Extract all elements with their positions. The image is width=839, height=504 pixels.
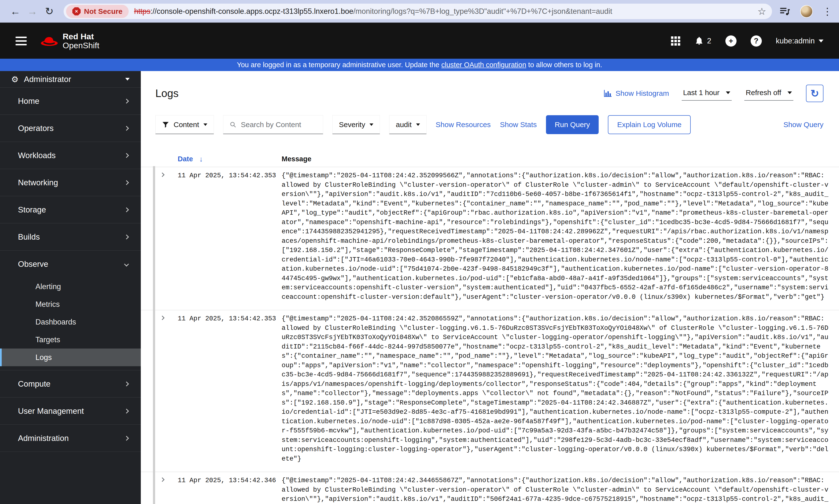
chevron-down-icon	[819, 39, 823, 42]
sidebar-item-operators[interactable]: Operators	[0, 115, 141, 142]
log-row: 11 Apr 2025, 13:54:42.353 {"@timestamp":…	[141, 310, 839, 472]
url-text: https://console-openshift-console.apps.o…	[134, 7, 754, 16]
user-menu[interactable]: kube:admin	[776, 37, 823, 46]
url-scheme: https	[134, 7, 150, 16]
bell-icon	[694, 36, 704, 46]
help-icon[interactable]: ?	[751, 35, 762, 47]
banner-text-after: to allow others to log in.	[526, 61, 602, 69]
chevron-right-icon	[124, 409, 129, 414]
main-content: Logs Show Histogram Last 1 hour Refresh …	[141, 71, 839, 504]
add-plus-icon[interactable]: +	[725, 35, 737, 47]
log-message: {"@timestamp":"2025-04-11T08:24:42.35208…	[281, 314, 831, 464]
chevron-right-icon	[124, 381, 129, 386]
chevron-right-icon	[124, 180, 129, 185]
page-title: Logs	[155, 87, 178, 100]
url-host: ://console-openshift-console.apps.ocpz-t…	[151, 7, 354, 16]
run-query-button[interactable]: Run Query	[546, 115, 599, 134]
log-row: 11 Apr 2025, 13:54:42.353 {"@timestamp":…	[141, 167, 839, 310]
brand-logo[interactable]: Red Hat OpenShift	[40, 32, 99, 50]
gears-icon: ⚙	[11, 75, 18, 84]
chevron-down-icon	[416, 124, 420, 126]
log-date: 11 Apr 2025, 13:54:42.353	[178, 314, 281, 324]
log-message: {"@timestamp":"2025-04-11T08:24:42.35209…	[281, 171, 831, 302]
hamburger-menu-icon[interactable]	[16, 37, 27, 46]
expand-chevron-icon[interactable]	[161, 314, 178, 320]
chevron-right-icon	[124, 436, 129, 441]
sidebar-item-targets[interactable]: Targets	[0, 331, 141, 348]
show-stats-link[interactable]: Show Stats	[500, 121, 537, 129]
brand-text: Red Hat OpenShift	[63, 32, 99, 50]
browser-menu-icon[interactable]: ⋮	[822, 6, 832, 16]
temp-admin-banner: You are logged in as a temporary adminis…	[0, 59, 839, 71]
reload-icon[interactable]: ↻	[41, 6, 58, 17]
refresh-button[interactable]: ↻	[806, 85, 823, 102]
notification-count: 2	[707, 37, 711, 46]
sidebar-item-workloads[interactable]: Workloads	[0, 142, 141, 169]
url-path: /monitoring/logs?q=%7B+log_type%3D"audit…	[353, 7, 612, 16]
notifications-button[interactable]: 2	[694, 36, 711, 46]
app-launcher-icon[interactable]	[671, 36, 680, 46]
url-bar[interactable]: × Not Secure https://console-openshift-c…	[64, 4, 772, 19]
sidebar-item-compute[interactable]: Compute	[0, 371, 141, 397]
sidebar-item-user-management[interactable]: User Management	[0, 397, 141, 425]
search-box[interactable]	[223, 115, 323, 134]
date-column-header[interactable]: Date ↓	[178, 155, 281, 163]
chevron-down-icon	[124, 262, 129, 267]
log-message: {"@timestamp":"2025-04-11T08:24:42.34465…	[281, 476, 831, 504]
sidebar: ⚙ Administrator Home Operators Workloads…	[0, 71, 141, 504]
sidebar-item-administration[interactable]: Administration	[0, 425, 141, 452]
show-query-link[interactable]: Show Query	[783, 121, 823, 129]
sidebar-item-logs[interactable]: Logs	[0, 348, 141, 366]
log-date: 11 Apr 2025, 13:54:42.353	[178, 171, 281, 180]
chevron-right-icon	[124, 235, 129, 239]
chevron-right-icon	[124, 126, 129, 131]
chevron-right-icon	[124, 99, 129, 104]
log-table: Date ↓ Message 11 Apr 2025, 13:54:42.353…	[141, 151, 839, 504]
brand-line2: OpenShift	[63, 41, 99, 50]
not-secure-label: Not Secure	[84, 7, 122, 16]
page-head-actions: Show Histogram Last 1 hour Refresh off ↻	[604, 85, 823, 102]
sidebar-item-alerting[interactable]: Alerting	[0, 278, 141, 295]
bookmark-star-icon[interactable]: ☆	[757, 6, 766, 17]
sidebar-item-metrics[interactable]: Metrics	[0, 295, 141, 313]
chevron-down-icon	[788, 91, 792, 94]
severity-select[interactable]: Severity	[332, 115, 380, 134]
tenant-select[interactable]: audit	[389, 115, 426, 134]
explain-log-volume-button[interactable]: Explain Log Volume	[608, 115, 691, 134]
danger-octagon-icon: ×	[72, 7, 81, 16]
not-secure-chip[interactable]: × Not Secure	[66, 5, 129, 18]
expand-chevron-icon[interactable]	[161, 476, 178, 482]
chevron-down-icon	[726, 91, 730, 94]
forward-icon[interactable]: →	[24, 6, 41, 17]
sidebar-item-home[interactable]: Home	[0, 88, 141, 115]
oauth-config-link[interactable]: cluster OAuth configuration	[441, 61, 526, 69]
sidebar-item-observe[interactable]: Observe	[0, 251, 141, 278]
chevron-right-icon	[124, 208, 129, 212]
log-date: 11 Apr 2025, 13:54:42.346	[178, 476, 281, 485]
attribute-filter-select[interactable]: Content	[155, 115, 214, 134]
sidebar-item-networking[interactable]: Networking	[0, 169, 141, 196]
time-range-select[interactable]: Last 1 hour	[682, 86, 732, 101]
chevron-right-icon	[124, 153, 129, 158]
observe-submenu: Alerting Metrics Dashboards Targets Logs	[0, 278, 141, 371]
sidebar-item-builds[interactable]: Builds	[0, 223, 141, 251]
masthead: Red Hat OpenShift 2 + ? kube:admin	[0, 23, 839, 59]
back-icon[interactable]: ←	[7, 6, 24, 17]
refresh-interval-select[interactable]: Refresh off	[744, 86, 793, 101]
profile-avatar[interactable]	[800, 5, 813, 18]
table-header: Date ↓ Message	[141, 151, 839, 167]
sidebar-item-storage[interactable]: Storage	[0, 196, 141, 223]
media-controls-icon[interactable]	[780, 7, 790, 16]
message-column-header: Message	[281, 155, 839, 163]
masthead-toolbar: 2 + ? kube:admin	[671, 35, 823, 47]
expand-chevron-icon[interactable]	[161, 171, 178, 177]
show-histogram-link[interactable]: Show Histogram	[604, 89, 669, 97]
filter-funnel-icon	[162, 121, 169, 128]
show-resources-link[interactable]: Show Resources	[436, 121, 491, 129]
search-input[interactable]	[241, 121, 316, 129]
perspective-switcher[interactable]: ⚙ Administrator	[0, 71, 141, 88]
sidebar-item-dashboards[interactable]: Dashboards	[0, 313, 141, 331]
table-left-rule	[153, 166, 155, 504]
browser-actions: ⋮	[778, 5, 832, 18]
sync-icon: ↻	[810, 88, 819, 100]
